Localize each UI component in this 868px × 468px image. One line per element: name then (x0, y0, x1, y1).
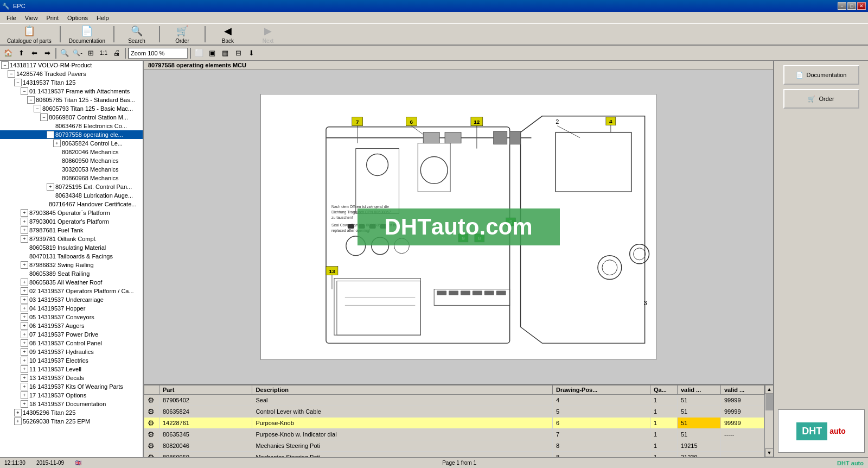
tb2-view5-btn[interactable]: ⬇ (245, 47, 257, 59)
tree-item[interactable]: −80669807 Control Station M... (0, 113, 143, 122)
tb2-right-btn[interactable]: ➡ (41, 47, 53, 59)
tree-item[interactable]: +18 14319537 Documentation (0, 400, 143, 408)
tree-expander[interactable]: + (21, 226, 28, 234)
tree-item[interactable]: +16 14319537 Kits Of Wearing Parts (0, 382, 143, 391)
tree-item[interactable]: +07 14319537 Power Drive (0, 330, 143, 339)
parts-scroll-up-btn[interactable]: ▲ (765, 385, 773, 394)
tree-item[interactable]: −01 14319537 Frame with Attachments (0, 87, 143, 96)
tb2-home-btn[interactable]: 🏠 (2, 47, 14, 59)
tree-expander[interactable]: + (21, 357, 28, 364)
tree-expander[interactable]: + (21, 374, 28, 382)
tree-expander[interactable]: + (21, 331, 28, 338)
table-row[interactable]: ⚙14228761Purpose-Knob615199999 (144, 418, 764, 429)
tree-item[interactable]: +06 14319537 Augers (0, 321, 143, 330)
tree-item[interactable]: −80605793 Titan 125 - Basic Mac... (0, 104, 143, 113)
tree-expander[interactable]: + (21, 287, 28, 295)
tree-expander[interactable]: − (8, 70, 15, 78)
table-row[interactable]: ⚙80635824Control Lever with Cable5151999… (144, 406, 764, 418)
next-button[interactable]: ▶ Next (249, 24, 287, 44)
back-button[interactable]: ◀ Back (209, 24, 247, 44)
table-row[interactable]: ⚙87905402Seal415199999 (144, 395, 764, 406)
tree-item[interactable]: −14285746 Tracked Pavers (0, 69, 143, 78)
tree-item[interactable]: +04 14319537 Hopper (0, 304, 143, 313)
tree-expander[interactable]: − (1, 61, 9, 69)
tree-expander[interactable]: − (47, 131, 54, 138)
tb2-zoom-in-btn[interactable]: 🔍 (59, 47, 71, 59)
tb2-view1-btn[interactable]: ⬜ (193, 47, 205, 59)
tree-expander[interactable]: + (21, 339, 28, 347)
tree-item[interactable]: 30320053 Mechanics (0, 165, 143, 174)
tree-expander[interactable]: − (21, 87, 28, 95)
tree-item[interactable]: 80860968 Mechanics (0, 174, 143, 182)
title-bar-controls[interactable]: − □ ✕ (838, 2, 866, 10)
tree-item[interactable]: +80725195 Ext. Control Pan... (0, 182, 143, 191)
tree-expander[interactable]: + (21, 279, 28, 286)
tree-expander[interactable]: − (14, 79, 22, 86)
parts-scrollbar[interactable]: ▲ ▼ (764, 385, 773, 457)
tree-expander[interactable]: + (21, 305, 28, 312)
tree-expander[interactable]: + (21, 235, 28, 243)
tree-item[interactable]: +11 14319537 Levell (0, 365, 143, 374)
tree-expander[interactable]: + (14, 409, 22, 416)
tree-item[interactable]: 80860950 Mechanics (0, 156, 143, 165)
tree-expander[interactable]: + (21, 348, 28, 356)
tree-expander[interactable]: − (40, 113, 48, 121)
tree-expander[interactable]: − (34, 105, 41, 112)
tree-item[interactable]: +87903845 Operator´s Platform (0, 208, 143, 217)
tree-item[interactable]: +05 14319537 Conveyors (0, 313, 143, 321)
tree-item[interactable]: +87939781 Oiltank Compl. (0, 235, 143, 243)
tree-item[interactable]: 80605389 Seat Railing (0, 269, 143, 278)
parts-scroll-thumb[interactable] (765, 394, 773, 410)
menu-options[interactable]: Options (63, 14, 92, 22)
tree-item[interactable]: −14319537 Titan 125 (0, 78, 143, 87)
parts-scroll-down-btn[interactable]: ▼ (765, 448, 773, 457)
tb2-print-btn[interactable]: 🖨 (111, 47, 123, 59)
tree-item[interactable]: +10 14319537 Electrics (0, 356, 143, 365)
tree-item[interactable]: 80634348 Lubrication Auge... (0, 191, 143, 200)
tb2-left-btn[interactable]: ⬅ (28, 47, 40, 59)
catalogue-button[interactable]: 📋 Catalogue of parts (2, 24, 56, 44)
tb2-fit-btn[interactable]: ⊞ (85, 47, 97, 59)
tree-expander[interactable]: + (21, 261, 28, 269)
tree-item[interactable]: +13 14319537 Decals (0, 374, 143, 382)
tree-item[interactable]: +87903001 Operator's Platform (0, 217, 143, 226)
tree-expander[interactable]: + (21, 322, 28, 330)
tree-item[interactable]: −14318117 VOLVO-RM-Product (0, 61, 143, 69)
tb2-view4-btn[interactable]: ⊟ (232, 47, 244, 59)
tb2-zoom-100-btn[interactable]: 1:1 (98, 47, 110, 59)
tree-item[interactable]: +03 14319537 Undercarriage (0, 295, 143, 304)
tree-item[interactable]: +56269038 Titan 225 EPM (0, 417, 143, 426)
tree-expander[interactable]: + (21, 296, 28, 303)
tree-item[interactable]: 80716467 Handover Certificate... (0, 200, 143, 208)
tree-item[interactable]: +87987681 Fuel Tank (0, 226, 143, 235)
tree-item[interactable]: 80634678 Electronics Co... (0, 122, 143, 130)
tree-item[interactable]: 80820046 Mechanics (0, 148, 143, 156)
tree-expander[interactable]: + (21, 313, 28, 321)
tree-item[interactable]: −80605785 Titan 125 - Standard Bas... (0, 96, 143, 104)
tb2-zoom-out-btn[interactable]: 🔍- (72, 47, 84, 59)
tree-item[interactable]: 80470131 Tailboards & Facings (0, 252, 143, 261)
tree-item[interactable]: +17 14319537 Options (0, 391, 143, 400)
tree-expander[interactable]: + (21, 391, 28, 399)
tree-expander[interactable]: + (21, 365, 28, 373)
tree-item[interactable]: +80635824 Control Le... (0, 139, 143, 148)
far-right-order-btn[interactable]: 🛒 Order (783, 89, 859, 109)
tree-item[interactable]: +87986832 Swing Railing (0, 261, 143, 269)
tree-item[interactable]: +80605835 All Weather Roof (0, 278, 143, 287)
tree-expander[interactable]: + (21, 209, 28, 217)
tree-scroll-area[interactable]: −14318117 VOLVO-RM-Product−14285746 Trac… (0, 61, 143, 457)
tree-expander[interactable]: + (21, 383, 28, 390)
documentation-button[interactable]: 📄 Documentation (64, 24, 110, 44)
tree-expander[interactable]: + (53, 140, 61, 147)
tree-item[interactable]: −80797558 operating ele... (0, 130, 143, 139)
menu-view[interactable]: View (21, 14, 42, 22)
maximize-button[interactable]: □ (847, 2, 856, 10)
parts-table-wrap[interactable]: Part Description Drawing-Pos... Qa... va… (144, 385, 764, 457)
tree-item[interactable]: 80605819 Insulating Material (0, 243, 143, 252)
tb2-view2-btn[interactable]: ▣ (206, 47, 218, 59)
tree-item[interactable]: +09 14319537 Hydraulics (0, 347, 143, 356)
table-row[interactable]: ⚙80635345Purpose-Knob w. Indicator dial7… (144, 429, 764, 440)
search-button[interactable]: 🔍 Search (118, 24, 156, 44)
menu-file[interactable]: File (2, 14, 21, 22)
diagram-area[interactable]: 7 6 12 2 (144, 70, 773, 384)
